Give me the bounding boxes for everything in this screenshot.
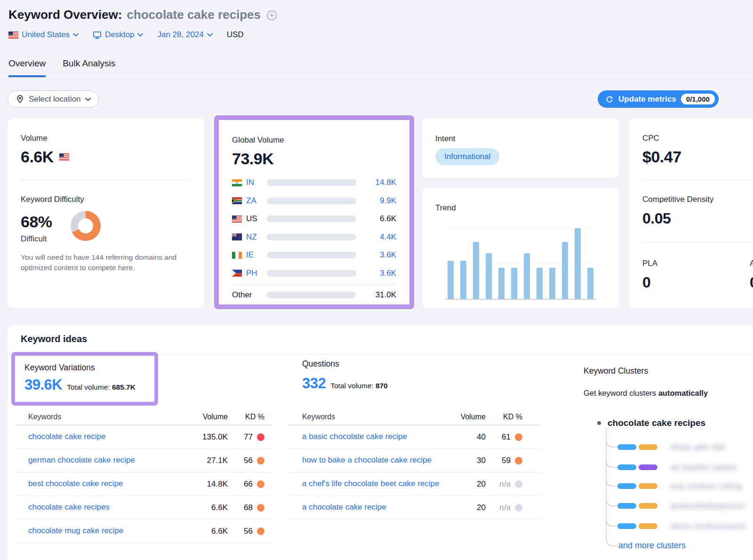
- country-volume-value: 14.8K: [356, 178, 396, 187]
- keyword-link[interactable]: best chocolate cake recipe: [28, 479, 123, 488]
- keyword-variations-count[interactable]: 39.6K: [24, 376, 62, 393]
- keyword-link[interactable]: a chef's life chocolate beet cake recipe: [302, 479, 439, 488]
- update-metrics-button[interactable]: Update metrics 0/1,000: [598, 90, 719, 108]
- trend-bar: [448, 261, 454, 299]
- more-clusters-link[interactable]: and more clusters: [618, 541, 686, 551]
- global-volume-other-row: Other 31.0K: [232, 286, 396, 304]
- country-code-link[interactable]: ZA: [246, 196, 263, 206]
- keyword-volume: 20: [444, 480, 486, 489]
- global-volume-value: 73.9K: [232, 150, 273, 168]
- country-volume-value: 3.6K: [356, 269, 396, 278]
- tab-overview[interactable]: Overview: [8, 58, 46, 77]
- refresh-icon: [605, 95, 614, 104]
- keyword-overview-page: Keyword Overview: chocolate cake recipes…: [0, 0, 753, 560]
- divider: [21, 180, 191, 181]
- us-flag-icon: [8, 32, 18, 39]
- date-filter[interactable]: Jan 28, 2024: [157, 30, 212, 40]
- filter-bar: United States Desktop Jan 28, 2024 USD: [8, 30, 244, 40]
- questions-label: Questions: [302, 359, 388, 369]
- keyword-variations-count-row: 39.6K Total volume: 685.7K: [24, 376, 136, 393]
- global-volume-row: IE 3.6K: [232, 246, 396, 264]
- device-filter[interactable]: Desktop: [93, 30, 143, 40]
- country-code-link[interactable]: NZ: [246, 232, 263, 242]
- page-title: Keyword Overview: chocolate cake recipes: [8, 8, 277, 22]
- questions-header: Questions 332 Total volume: 870: [302, 359, 388, 392]
- blue-pill-icon: [617, 503, 636, 509]
- keyword-volume: 27.1K: [186, 456, 228, 465]
- table-header: Keywords Volume KD %: [15, 408, 271, 425]
- chevron-down-icon: [207, 33, 213, 37]
- table-row: a chocolate cake recipe 20 n/a: [289, 496, 541, 520]
- intent-badge[interactable]: Informational: [435, 148, 499, 165]
- chevron-down-icon: [85, 97, 91, 101]
- orange-pill-icon: [639, 523, 657, 529]
- global-volume-row: PH 3.6K: [232, 264, 396, 283]
- ads-label: Ads: [750, 259, 753, 268]
- keywords-column-header: Keywords: [15, 413, 186, 421]
- kd-dot-icon: [515, 433, 522, 441]
- trend-bar: [587, 268, 593, 299]
- table-body: a basic chocolate cake recipe 40 61 how …: [289, 425, 541, 520]
- keyword-kd: 68: [228, 503, 271, 512]
- select-location-label: Select location: [29, 95, 81, 104]
- plus-circle-icon[interactable]: [266, 9, 277, 20]
- blue-pill-icon: [617, 444, 636, 450]
- keyword-difficulty-donut: [71, 211, 101, 241]
- cluster-item-label-blurred: whau qeh dsk: [670, 442, 725, 452]
- page-title-keyword: chocolate cake recipes: [127, 8, 261, 22]
- keyword-variations-table: Keywords Volume KD % chocolate cake reci…: [15, 408, 271, 543]
- keyword-clusters-label: Keyword Clusters: [584, 366, 648, 376]
- cluster-item: aews senkuesaxxd: [617, 521, 746, 531]
- volume-column-header: Volume: [444, 413, 486, 421]
- keyword-volume: 6.6K: [186, 527, 228, 536]
- tab-bar: Overview Bulk Analysis: [8, 58, 115, 77]
- cluster-item-label-blurred: aews senkuesaxxd: [670, 521, 746, 531]
- volume-card: Volume 6.6K Keyword Difficulty 68% Diffi…: [8, 119, 204, 308]
- tab-bulk-analysis[interactable]: Bulk Analysis: [63, 58, 115, 77]
- keyword-volume: 6.6K: [186, 503, 228, 512]
- volume-bar-track: [267, 234, 356, 240]
- country-volume-value: 4.4K: [356, 232, 396, 242]
- keyword-link[interactable]: a chocolate cake recipe: [302, 503, 386, 512]
- global-volume-label: Global Volume: [232, 136, 284, 145]
- country-code-link[interactable]: PH: [246, 269, 263, 278]
- competitive-density-value: 0.05: [642, 210, 671, 227]
- trend-bar: [537, 268, 543, 299]
- keyword-link[interactable]: how to bake a chocolate cake recipe: [302, 456, 432, 464]
- global-volume-rows: IN 14.8K ZA 9.9K US 6.6K NZ 4.4K IE 3.6K…: [232, 174, 396, 304]
- keyword-link[interactable]: chocolate cake recipe: [28, 432, 105, 441]
- questions-count[interactable]: 332: [302, 375, 326, 392]
- country-volume-value: 3.6K: [356, 250, 396, 260]
- trend-bar: [524, 253, 530, 299]
- table-row: chocolate cake recipe 135.0K 77: [15, 425, 271, 449]
- other-volume-value: 31.0K: [356, 290, 396, 300]
- cluster-item: as dauthe salasx: [617, 463, 737, 472]
- ie-flag-icon: [232, 252, 242, 259]
- global-volume-row: IN 14.8K: [232, 174, 396, 192]
- table-row: best chocolate cake recipe 14.8K 66: [15, 472, 271, 496]
- select-location-button[interactable]: Select location: [8, 90, 99, 108]
- divider: [232, 285, 396, 285]
- pla-value: 0: [642, 274, 650, 291]
- trend-card: Trend: [422, 188, 619, 308]
- ads-value: 0: [750, 274, 753, 291]
- keyword-link[interactable]: chocolate cake recipes: [28, 503, 110, 512]
- currency-label: USD: [227, 30, 244, 40]
- country-code-link[interactable]: US: [246, 214, 263, 224]
- global-volume-highlight: Global Volume 73.9K IN 14.8K ZA 9.9K US …: [214, 115, 414, 309]
- global-volume-card: Global Volume 73.9K IN 14.8K ZA 9.9K US …: [219, 120, 409, 304]
- country-code-link[interactable]: IN: [246, 178, 263, 187]
- cluster-root-label: chocolate cake recipes: [608, 418, 705, 428]
- kd-dot-icon: [515, 504, 522, 512]
- country-filter[interactable]: United States: [8, 30, 79, 40]
- keyword-variations-highlight: Keyword Variations 39.6K Total volume: 6…: [11, 352, 158, 406]
- keyword-link[interactable]: german chocolate cake recipe: [28, 456, 135, 464]
- keyword-link[interactable]: chocolate mug cake recipe: [28, 526, 123, 535]
- pla-label: PLA: [642, 259, 657, 268]
- trend-bars: [445, 228, 596, 299]
- bullet-icon: [597, 421, 601, 425]
- keyword-volume: 14.8K: [186, 480, 228, 489]
- country-filter-label: United States: [22, 30, 70, 40]
- keyword-link[interactable]: a basic chocolate cake recipe: [302, 432, 407, 441]
- country-code-link[interactable]: IE: [246, 250, 263, 260]
